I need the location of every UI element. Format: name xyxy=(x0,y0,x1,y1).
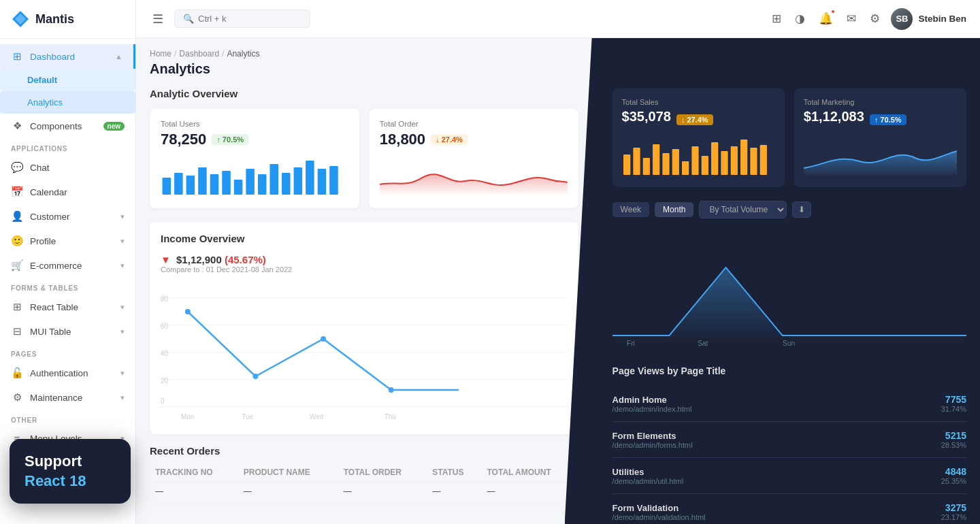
support-popup[interactable]: Support React 18 xyxy=(10,439,131,504)
user-area[interactable]: SB Stebin Ben xyxy=(891,8,966,30)
income-overview-section: Income Overview ▼ $1,12,900 (45.67%) Com… xyxy=(150,222,578,434)
analytic-overview-title: Analytic Overview xyxy=(150,88,578,99)
sidebar-item-calendar[interactable]: 📅 Calendar xyxy=(0,180,135,204)
sidebar-item-profile[interactable]: 🙂 Profile ▾ xyxy=(0,229,135,253)
sidebar-item-chat[interactable]: 💬 Chat xyxy=(0,155,135,180)
orders-col-status: STATUS xyxy=(427,463,481,482)
svg-text:Sat: Sat xyxy=(697,340,708,347)
svg-text:Tue: Tue xyxy=(242,413,254,421)
sidebar-item-components[interactable]: ❖ Components new xyxy=(0,114,135,138)
apps-button[interactable]: ⊞ xyxy=(769,9,784,29)
income-pct: (45.67%) xyxy=(225,254,266,265)
customer-label: Customer xyxy=(30,212,70,222)
svg-point-32 xyxy=(252,374,258,379)
pv-item-0: Admin Home /demo/admin/index.html 7755 3… xyxy=(612,386,966,422)
dark-week-btn[interactable]: Week xyxy=(612,202,649,217)
sidebar-item-dashboard[interactable]: ⊞ Dashboard ▲ xyxy=(0,44,135,69)
hamburger-button[interactable]: ☰ xyxy=(150,9,166,29)
messages-button[interactable]: ✉ xyxy=(844,9,859,29)
theme-button[interactable]: ◑ xyxy=(792,9,808,29)
maintenance-icon: ⚙ xyxy=(11,391,23,404)
sidebar-item-customer[interactable]: 👤 Customer ▾ xyxy=(0,204,135,229)
topbar: ☰ 🔍 ⊞ ◑ 🔔 ✉ ⚙ SB Stebin Ben xyxy=(136,0,980,38)
sidebar-item-authentication[interactable]: 🔓 Authentication ▾ xyxy=(0,361,135,385)
card-total-order-value: 18,800 xyxy=(380,131,425,148)
chat-icon: 💬 xyxy=(11,161,23,174)
svg-text:Fri: Fri xyxy=(626,340,634,347)
svg-rect-46 xyxy=(730,146,737,175)
support-popup-title: Support xyxy=(24,453,116,470)
search-input[interactable] xyxy=(198,14,293,24)
card-total-users-badge: ↑ 70.5% xyxy=(212,134,248,145)
chevron-down-icon-7: ▾ xyxy=(120,393,125,402)
svg-rect-5 xyxy=(198,167,207,195)
components-icon: ❖ xyxy=(11,120,23,132)
pv-count-0: 7755 xyxy=(941,394,966,405)
pv-pct-0: 31.74% xyxy=(941,405,966,413)
sidebar-item-default[interactable]: Default xyxy=(0,69,135,91)
svg-rect-47 xyxy=(740,140,747,175)
breadcrumb-home[interactable]: Home xyxy=(150,49,172,59)
dark-income-chart: Fri Sat Sun xyxy=(612,227,966,349)
svg-text:20: 20 xyxy=(161,377,169,384)
dark-income-controls: Week Month By Total Volume ⬇ xyxy=(612,201,966,218)
applications-section: Applications xyxy=(0,138,135,155)
svg-rect-14 xyxy=(306,161,314,195)
dark-card-marketing-value: $1,12,083 xyxy=(804,109,864,125)
auth-icon: 🔓 xyxy=(11,367,23,379)
dark-volume-select[interactable]: By Total Volume xyxy=(699,201,787,218)
content-area: Home / Dashboard / Analytics Analytics A… xyxy=(136,38,980,524)
svg-rect-15 xyxy=(318,169,327,195)
dark-download-btn[interactable]: ⬇ xyxy=(792,201,811,218)
left-panel: Home / Dashboard / Analytics Analytics A… xyxy=(136,38,592,524)
svg-rect-41 xyxy=(682,161,689,175)
svg-text:80: 80 xyxy=(161,295,169,303)
notification-button[interactable]: 🔔 xyxy=(816,9,836,29)
chevron-down-icon-5: ▾ xyxy=(120,327,125,336)
topbar-left: ☰ 🔍 xyxy=(150,9,310,29)
pv-count-1: 5215 xyxy=(941,430,966,441)
pv-name-3: Form Validation xyxy=(612,503,706,513)
card-total-order-label: Total Order xyxy=(380,120,568,128)
search-box[interactable]: 🔍 xyxy=(174,10,310,28)
income-line-chart: 0 20 40 60 80 Mon Tue Wed Thu xyxy=(161,284,568,421)
sidebar-item-analytics[interactable]: Analytics xyxy=(0,91,135,114)
svg-rect-9 xyxy=(246,169,255,195)
pv-url-0: /demo/admin/index.html xyxy=(612,405,692,413)
income-arrow-icon: ▼ xyxy=(161,254,171,265)
chevron-down-icon-2: ▾ xyxy=(120,237,125,246)
sidebar-item-maintenance[interactable]: ⚙ Maintenance ▾ xyxy=(0,385,135,410)
dark-card-sales-label: Total Sales xyxy=(622,98,775,106)
pv-name-1: Form Elements xyxy=(612,431,693,441)
arrow-up-icon-2: ↑ xyxy=(875,116,879,124)
pv-url-1: /demo/admin/forms.html xyxy=(612,441,693,449)
settings-button[interactable]: ⚙ xyxy=(867,9,883,29)
svg-rect-3 xyxy=(174,173,183,195)
dark-month-btn[interactable]: Month xyxy=(655,202,693,217)
breadcrumb-dashboard[interactable]: Dashboard xyxy=(179,49,219,59)
pv-item-2: Utilities /demo/admin/util.html 4848 25.… xyxy=(612,458,966,494)
card-total-users-value: 78,250 xyxy=(161,131,206,148)
svg-rect-7 xyxy=(222,171,231,195)
sidebar-item-mui-table[interactable]: ⊟ MUI Table ▾ xyxy=(0,319,135,344)
dark-income-section: Week Month By Total Volume ⬇ xyxy=(578,201,966,352)
svg-point-31 xyxy=(185,309,191,314)
sidebar-item-ecommerce[interactable]: 🛒 E-commerce ▾ xyxy=(0,253,135,278)
chevron-down-icon-6: ▾ xyxy=(120,369,125,378)
card-total-users: Total Users 78,250 ↑ 70.5% xyxy=(150,109,359,208)
logo-icon xyxy=(11,10,30,29)
profile-label: Profile xyxy=(30,236,56,246)
chat-label: Chat xyxy=(30,163,50,173)
svg-rect-2 xyxy=(163,178,172,195)
main-area: ☰ 🔍 ⊞ ◑ 🔔 ✉ ⚙ SB Stebin Ben xyxy=(136,0,980,524)
income-compare: Compare to : 01 Dec 2021-08 Jan 2022 xyxy=(161,265,292,274)
pv-url-2: /demo/admin/util.html xyxy=(612,477,684,485)
sidebar-item-react-table[interactable]: ⊞ React Table ▾ xyxy=(0,295,135,319)
topbar-right: ⊞ ◑ 🔔 ✉ ⚙ SB Stebin Ben xyxy=(769,8,966,30)
react-table-icon: ⊞ xyxy=(11,301,23,313)
sidebar-logo[interactable]: Mantis xyxy=(0,0,135,39)
svg-rect-13 xyxy=(294,167,303,195)
orders-table: TRACKING NO PRODUCT NAME TOTAL ORDER STA… xyxy=(150,463,578,502)
maintenance-label: Maintenance xyxy=(30,393,82,403)
svg-rect-39 xyxy=(662,153,669,175)
